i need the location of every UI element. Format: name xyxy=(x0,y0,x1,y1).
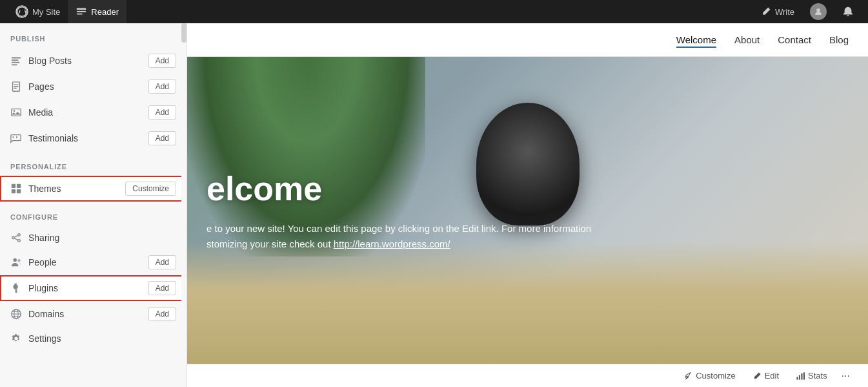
sidebar-item-settings[interactable]: Settings xyxy=(0,327,187,350)
sidebar-item-plugins[interactable]: Plugins Add xyxy=(0,275,187,301)
svg-rect-35 xyxy=(803,372,805,379)
plugins-add-button[interactable]: Add xyxy=(148,281,176,295)
blog-posts-icon xyxy=(10,55,22,67)
svg-rect-10 xyxy=(14,84,18,85)
svg-point-24 xyxy=(14,258,17,262)
edit-bottom-label: Edit xyxy=(765,371,779,381)
hero-section: elcome e to your new site! You can edit … xyxy=(187,57,868,364)
svg-point-20 xyxy=(12,236,15,239)
layout: Publish Blog Posts Add xyxy=(0,0,868,387)
media-label: Media xyxy=(28,107,142,118)
sidebar-item-people[interactable]: People Add xyxy=(0,249,187,275)
mysite-button[interactable]: My Site xyxy=(8,0,68,23)
nav-blog[interactable]: Blog xyxy=(829,32,849,48)
svg-rect-3 xyxy=(77,14,83,15)
svg-point-25 xyxy=(17,259,21,262)
settings-label: Settings xyxy=(28,333,176,344)
svg-point-21 xyxy=(18,240,21,242)
pages-icon xyxy=(10,81,22,92)
top-bar-left: My Site Reader xyxy=(8,0,126,23)
notifications-button[interactable] xyxy=(836,0,860,23)
sharing-label: Sharing xyxy=(28,233,176,243)
svg-line-23 xyxy=(14,238,17,240)
themes-customize-button[interactable]: Customize xyxy=(125,182,176,196)
customize-icon xyxy=(683,371,692,381)
testimonials-icon xyxy=(10,132,22,144)
reader-label: Reader xyxy=(91,7,119,17)
domains-label: Domains xyxy=(28,309,142,319)
svg-rect-1 xyxy=(77,8,86,10)
svg-rect-2 xyxy=(77,11,86,12)
svg-rect-15 xyxy=(12,184,15,188)
site-nav: Welcome About Contact Blog xyxy=(187,23,868,57)
reader-button[interactable]: Reader xyxy=(68,0,126,23)
svg-rect-33 xyxy=(799,375,800,379)
hero-link[interactable]: http://learn.wordpress.com/ xyxy=(334,238,450,249)
write-icon xyxy=(761,6,771,17)
customize-bottom-label: Customize xyxy=(696,371,735,381)
pages-add-button[interactable]: Add xyxy=(148,79,176,94)
testimonials-add-button[interactable]: Add xyxy=(148,131,176,145)
people-icon xyxy=(10,256,22,268)
hero-title: elcome xyxy=(207,169,849,208)
personalize-section-label: Personalize xyxy=(0,151,187,176)
plugins-icon xyxy=(10,282,22,294)
customize-bottom-button[interactable]: Customize xyxy=(676,368,743,383)
reader-icon xyxy=(76,6,87,17)
media-add-button[interactable]: Add xyxy=(148,105,176,120)
nav-contact[interactable]: Contact xyxy=(778,32,811,48)
sidebar-item-blog-posts[interactable]: Blog Posts Add xyxy=(0,48,187,74)
write-label: Write xyxy=(775,7,794,17)
nav-about[interactable]: About xyxy=(734,32,760,48)
blog-posts-add-button[interactable]: Add xyxy=(148,54,176,68)
avatar xyxy=(810,3,827,20)
svg-point-0 xyxy=(16,6,28,17)
hero-body-text2: stomizing your site check out xyxy=(207,238,331,249)
svg-rect-11 xyxy=(14,86,18,87)
hero-content: elcome e to your new site! You can edit … xyxy=(187,57,868,364)
stats-bottom-label: Stats xyxy=(808,371,827,381)
configure-section-label: Configure xyxy=(0,202,187,226)
svg-point-19 xyxy=(18,234,21,236)
write-button[interactable]: Write xyxy=(754,0,801,23)
themes-label: Themes xyxy=(28,183,119,194)
more-icon: ··· xyxy=(842,370,850,381)
svg-rect-26 xyxy=(15,289,17,293)
more-bottom-button[interactable]: ··· xyxy=(836,368,855,384)
sidebar-item-media[interactable]: Media Add xyxy=(0,99,187,125)
top-bar-right: Write xyxy=(754,0,860,23)
sidebar-item-domains[interactable]: Domains Add xyxy=(0,301,187,327)
sidebar-item-themes[interactable]: Themes Customize xyxy=(0,176,187,202)
publish-section-label: Publish xyxy=(0,23,187,48)
stats-icon xyxy=(796,371,805,381)
top-bar: My Site Reader Write xyxy=(0,0,868,23)
svg-rect-17 xyxy=(12,189,15,193)
pages-label: Pages xyxy=(28,81,142,92)
edit-bottom-button[interactable]: Edit xyxy=(745,368,787,383)
stats-bottom-button[interactable]: Stats xyxy=(788,368,835,383)
people-add-button[interactable]: Add xyxy=(148,255,176,269)
svg-rect-16 xyxy=(17,184,21,188)
domains-icon xyxy=(10,308,22,320)
media-icon xyxy=(10,107,22,118)
svg-rect-34 xyxy=(801,373,802,379)
edit-icon xyxy=(752,371,762,381)
main-content: Welcome About Contact Blog elcome e to y… xyxy=(187,23,868,387)
sidebar-item-sharing[interactable]: Sharing xyxy=(0,226,187,249)
sidebar-item-pages[interactable]: Pages Add xyxy=(0,74,187,99)
wordpress-icon xyxy=(15,5,28,18)
sidebar-scroll: Publish Blog Posts Add xyxy=(0,23,187,363)
svg-rect-32 xyxy=(796,377,798,379)
user-avatar-button[interactable] xyxy=(803,0,833,23)
domains-add-button[interactable]: Add xyxy=(148,307,176,321)
sidebar-item-testimonials[interactable]: Testimonials Add xyxy=(0,125,187,151)
people-label: People xyxy=(28,257,142,267)
svg-rect-8 xyxy=(12,64,17,65)
svg-rect-5 xyxy=(12,58,21,59)
nav-welcome[interactable]: Welcome xyxy=(676,32,716,48)
svg-line-22 xyxy=(14,235,17,237)
svg-rect-13 xyxy=(12,109,21,116)
hero-body: e to your new site! You can edit this pa… xyxy=(207,221,594,252)
bottom-bar: Customize Edit Stats ··· xyxy=(187,364,868,387)
themes-icon xyxy=(10,183,22,194)
